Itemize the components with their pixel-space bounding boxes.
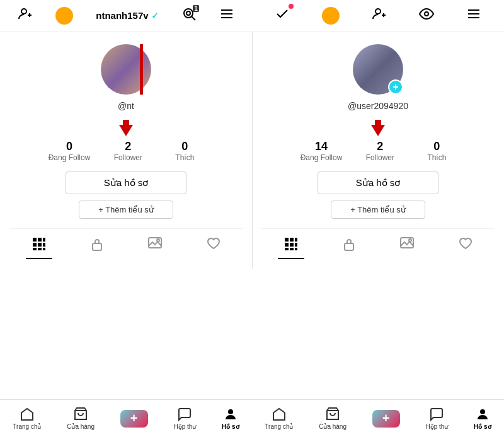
hamburger-icon-right[interactable] — [466, 6, 481, 25]
svg-rect-21 — [33, 243, 37, 247]
svg-line-5 — [192, 16, 195, 20]
orange-dot[interactable] — [55, 7, 73, 25]
stat-followers-left[interactable]: 2 Follower — [109, 140, 147, 162]
svg-rect-39 — [295, 248, 297, 250]
tabs-left — [9, 228, 243, 256]
username-right: @user2094920 — [348, 101, 408, 111]
avatar-circle-left — [101, 44, 151, 95]
stat-followers-label-right: Follower — [361, 153, 399, 162]
edit-profile-button-left[interactable]: Sửa hồ sơ — [66, 172, 187, 194]
profile-panel-left: @nt 0 Đang Follow 2 Follower 0 Thích Sửa… — [0, 32, 252, 269]
svg-rect-35 — [290, 243, 294, 247]
svg-rect-33 — [295, 238, 297, 242]
bottom-nav-home-left[interactable]: Trang chủ — [13, 407, 41, 430]
tab-lock-right[interactable] — [336, 232, 362, 256]
red-bar-left — [140, 44, 143, 95]
eye-icon[interactable] — [419, 6, 434, 25]
svg-rect-27 — [93, 243, 101, 250]
svg-rect-31 — [285, 238, 289, 242]
svg-rect-37 — [285, 248, 289, 250]
tab-lock-left[interactable] — [84, 232, 110, 256]
add-user-icon[interactable] — [18, 6, 33, 25]
svg-rect-32 — [290, 238, 294, 242]
bottom-nav-shop-right[interactable]: Cửa hàng — [319, 407, 346, 430]
tab-gallery-right[interactable] — [394, 232, 420, 256]
svg-rect-23 — [43, 243, 45, 247]
stat-followers-count-left: 2 — [109, 140, 147, 153]
avatar-left — [101, 44, 151, 95]
checkmark-badge-icon[interactable] — [275, 6, 290, 25]
top-nav: ntnanh157v ✓ 1 — [0, 0, 504, 32]
stat-likes-left[interactable]: 0 Thích — [166, 140, 203, 162]
svg-point-3 — [59, 11, 69, 21]
top-nav-left: ntnanh157v ✓ 1 — [0, 6, 252, 25]
svg-rect-36 — [295, 243, 297, 247]
bottom-nav-right: Trang chủ Cửa hàng + Hộp thư Hồ sơ — [252, 400, 504, 437]
bottom-nav-profile-left[interactable]: Hồ sơ — [222, 407, 239, 430]
svg-point-42 — [409, 239, 411, 242]
svg-rect-19 — [38, 238, 42, 242]
avatar-right: + — [353, 44, 403, 95]
stat-likes-count-left: 0 — [166, 140, 203, 153]
svg-rect-26 — [43, 248, 45, 250]
stat-following-left[interactable]: 0 Đang Follow — [49, 140, 91, 162]
add-user-icon-right[interactable] — [372, 6, 387, 25]
tab-heart-right[interactable] — [452, 232, 479, 256]
orange-dot-right[interactable] — [322, 7, 340, 25]
svg-rect-20 — [43, 238, 45, 242]
tab-grid-right[interactable] — [278, 232, 304, 256]
svg-point-44 — [228, 409, 233, 414]
bottom-nav-profile-right[interactable]: Hồ sơ — [474, 407, 491, 430]
svg-rect-24 — [33, 248, 37, 250]
svg-point-10 — [375, 9, 381, 14]
stat-following-label-left: Đang Follow — [49, 153, 91, 162]
plus-button-right[interactable]: + — [372, 410, 400, 428]
nav-username: ntnanh157v ✓ — [96, 10, 159, 21]
stat-following-label-right: Đang Follow — [301, 153, 343, 162]
tab-heart-left[interactable] — [200, 232, 227, 256]
svg-rect-38 — [290, 248, 294, 250]
search-live-icon[interactable]: 1 — [181, 6, 197, 25]
tabs-right — [261, 228, 495, 256]
stat-followers-right[interactable]: 2 Follower — [361, 140, 399, 162]
profile-panel-right: + @user2094920 14 Đang Follow 2 Follower… — [252, 32, 504, 269]
plus-button-left[interactable]: + — [120, 410, 148, 428]
feed-area — [0, 269, 504, 399]
bottom-nav-inbox-left[interactable]: Hộp thư — [173, 407, 196, 430]
svg-rect-34 — [285, 243, 289, 247]
svg-rect-18 — [33, 238, 37, 242]
bottom-nav-plus-left[interactable]: + — [120, 410, 148, 428]
username-left: @nt — [118, 101, 134, 111]
stats-row-right: 14 Đang Follow 2 Follower 0 Thích — [301, 140, 456, 162]
svg-point-29 — [157, 239, 159, 242]
avatar-image-left — [101, 44, 151, 95]
stat-likes-count-right: 0 — [418, 140, 455, 153]
svg-marker-17 — [119, 120, 133, 136]
bottom-nav-plus-right[interactable]: + — [372, 410, 400, 428]
svg-point-13 — [425, 12, 428, 16]
hamburger-icon-left[interactable] — [219, 6, 234, 25]
stat-likes-label-right: Thích — [418, 153, 455, 162]
svg-rect-40 — [345, 243, 353, 250]
tab-gallery-left[interactable] — [142, 232, 168, 256]
stat-following-right[interactable]: 14 Đang Follow — [301, 140, 343, 162]
edit-profile-button-right[interactable]: Sửa hồ sơ — [318, 172, 439, 194]
stat-likes-right[interactable]: 0 Thích — [418, 140, 455, 162]
bottom-nav-home-right[interactable]: Trang chủ — [265, 407, 293, 430]
add-bio-button-left[interactable]: + Thêm tiểu sử — [79, 201, 173, 219]
tab-grid-left[interactable] — [26, 232, 52, 256]
svg-marker-30 — [371, 120, 385, 136]
bottom-nav-shop-left[interactable]: Cửa hàng — [67, 407, 94, 430]
add-follow-badge[interactable]: + — [388, 79, 403, 95]
stat-followers-count-right: 2 — [361, 140, 399, 153]
add-bio-button-right[interactable]: + Thêm tiểu sử — [331, 201, 425, 219]
svg-point-4 — [184, 9, 193, 18]
top-nav-right — [252, 6, 504, 25]
stat-likes-label-left: Thích — [166, 153, 203, 162]
stat-following-count-right: 14 — [301, 140, 343, 153]
bottom-nav-inbox-right[interactable]: Hộp thư — [425, 407, 448, 430]
red-arrow-left — [117, 119, 135, 137]
svg-point-46 — [480, 409, 485, 414]
svg-point-0 — [21, 9, 26, 14]
bottom-nav: Trang chủ Cửa hàng + Hộp thư Hồ sơ — [0, 399, 504, 437]
